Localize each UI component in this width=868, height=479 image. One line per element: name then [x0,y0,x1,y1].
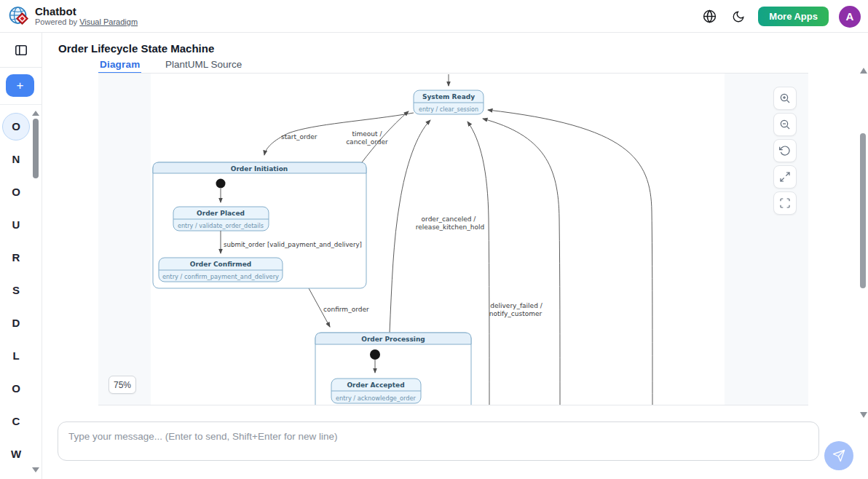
initial-state-dot [370,349,380,360]
zoom-level-badge: 75% [108,376,136,394]
send-button[interactable] [824,441,853,470]
zoom-in-icon [779,92,791,104]
avatar[interactable]: A [839,6,861,28]
message-composer [58,421,819,461]
state-system-ready: System Ready entry / clear_session [414,90,484,114]
conversation-list: O N O U R S D L O C W [0,110,32,470]
svg-text:submit_order [valid_payment_an: submit_order [valid_payment_and_delivery… [224,241,362,248]
zoom-in-button[interactable] [773,87,797,110]
left-sidebar: + O N O U R S D L O C W [0,33,42,479]
svg-text:cancel_order: cancel_order [346,138,388,146]
svg-text:entry / acknowledge_order: entry / acknowledge_order [336,395,417,402]
zoom-out-button[interactable] [773,113,797,136]
add-chat-button[interactable]: + [6,74,34,97]
state-order-processing: Order Processing Order Accepted entry / … [315,333,471,405]
panel-toggle-icon[interactable] [10,39,32,61]
fullscreen-button[interactable] [773,191,797,215]
visual-paradigm-logo-icon [8,5,30,27]
visual-paradigm-link[interactable]: Visual Paradigm [79,17,138,26]
message-input[interactable] [68,431,804,456]
svg-text:Order Initiation: Order Initiation [231,165,288,173]
sidebar-scroll-down-icon[interactable] [32,467,39,472]
sidebar-item[interactable]: U [0,208,32,241]
page-title: Order Lifecycle State Machine [58,42,214,55]
page-scrollbar-thumb[interactable] [860,133,866,288]
moon-icon[interactable] [729,7,748,26]
svg-text:delivery_failed /: delivery_failed / [490,302,542,309]
globe-icon[interactable] [700,7,719,26]
tab-plantuml-source[interactable]: PlantUML Source [164,61,243,74]
diagram-viewport[interactable]: System Ready entry / clear_session Order… [98,74,808,405]
scroll-up-icon[interactable] [860,68,867,74]
expand-button[interactable] [773,165,797,189]
page-scrollbar[interactable] [859,66,868,420]
svg-text:Order Accepted: Order Accepted [347,381,404,389]
svg-text:entry / clear_session: entry / clear_session [419,106,478,113]
reset-view-icon [779,145,791,157]
svg-text:order_canceled /: order_canceled / [422,215,477,223]
svg-text:entry / validate_order_details: entry / validate_order_details [178,222,264,229]
svg-text:entry / confirm_payment_and_de: entry / confirm_payment_and_delivery [162,273,279,280]
svg-text:Order Processing: Order Processing [361,336,425,343]
svg-text:Order Confirmed: Order Confirmed [190,261,251,268]
send-icon [832,449,845,462]
svg-text:timeout /: timeout / [352,130,383,138]
initial-state-dot [216,179,226,189]
sidebar-divider [0,104,42,105]
diagram-canvas[interactable]: System Ready entry / clear_session Order… [98,74,808,405]
sidebar-item[interactable]: O [0,372,32,405]
sidebar-item[interactable]: N [0,143,32,175]
expand-icon [779,171,791,183]
sidebar-item[interactable]: W [0,438,32,470]
sidebar-item[interactable]: O [0,175,32,208]
svg-text:start_order: start_order [281,133,317,140]
reset-view-button[interactable] [773,139,797,162]
sidebar-item[interactable]: R [0,241,32,274]
svg-text:notify_customer: notify_customer [489,310,542,317]
sidebar-item[interactable]: S [0,274,32,306]
tab-bar: Diagram PlantUML Source [98,61,808,74]
svg-text:release_kitchen_hold: release_kitchen_hold [416,223,484,231]
fullscreen-icon [779,197,791,209]
state-order-initiation: Order Initiation Order Placed entry / va… [153,162,366,288]
tab-diagram[interactable]: Diagram [98,61,141,74]
app-header: Chatbot Powered by Visual Paradigm More … [0,0,868,33]
sidebar-item-active[interactable]: O [0,110,32,143]
svg-text:confirm_order: confirm_order [323,306,369,313]
sidebar-scrollbar-thumb[interactable] [33,119,39,178]
svg-text:System Ready: System Ready [422,93,475,100]
sidebar-item[interactable]: C [0,405,32,438]
more-apps-button[interactable]: More Apps [758,7,829,26]
sidebar-item[interactable]: L [0,339,32,372]
sidebar-scroll-up-icon[interactable] [32,111,39,116]
diagram-toolbar [773,87,797,218]
zoom-out-icon [779,119,791,130]
powered-by: Powered by Visual Paradigm [35,17,138,26]
sidebar-item[interactable]: D [0,306,32,339]
app-title: Chatbot [35,5,76,17]
scroll-down-icon[interactable] [860,412,867,418]
svg-text:Order Placed: Order Placed [197,210,245,217]
